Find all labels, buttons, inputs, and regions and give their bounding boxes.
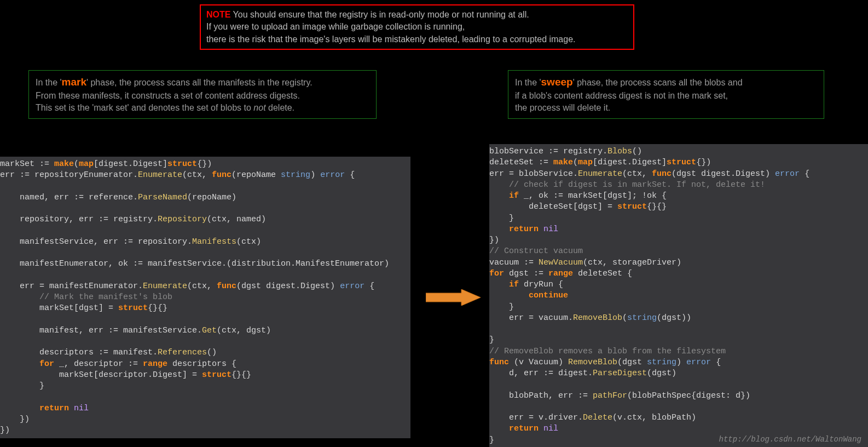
- code-token: (ctx): [236, 237, 261, 247]
- code-token: (repoName: [232, 170, 281, 180]
- code-token: return: [509, 424, 539, 433]
- code-token: error: [775, 169, 800, 179]
- code-line: blobPath, err := pathFor(blobPathSpec{di…: [489, 391, 868, 402]
- code-token: Enumerate: [578, 169, 622, 179]
- code-token: // RemoveBlob removes a blob from the fi…: [489, 347, 726, 356]
- code-line: }: [0, 381, 410, 392]
- code-token: {: [711, 358, 721, 367]
- code-token: (: [573, 158, 578, 167]
- code-token: err = v.driver.: [489, 413, 583, 422]
- code-line: // RemoveBlob removes a blob from the fi…: [489, 346, 868, 357]
- code-token: Enumerate: [143, 282, 187, 291]
- code-line: err = blobService.Enumerate(ctx, func(dg…: [489, 169, 868, 180]
- code-line: manifestService, err := repository.Manif…: [0, 237, 410, 248]
- code-token: [digest.Digest]: [94, 159, 167, 169]
- code-token: error: [320, 170, 345, 180]
- code-token: {}{}: [232, 370, 251, 380]
- code-line: [0, 181, 410, 192]
- code-line: continue: [489, 290, 868, 301]
- code-line: markSet[dgst] = struct{}{}: [0, 303, 410, 314]
- code-token: (blobPathSpec{digest: d}): [627, 391, 750, 400]
- code-token: continue: [529, 291, 568, 300]
- code-token: (dgst digest.Digest): [672, 169, 775, 179]
- code-token: {}): [197, 159, 212, 169]
- code-token: [69, 404, 74, 413]
- code-line: func (v Vacuum) RemoveBlob(dgst string) …: [489, 357, 868, 368]
- code-token: func: [489, 358, 509, 367]
- note-box: NOTE You should ensure that the registry…: [200, 4, 634, 50]
- mark-code-block: markSet := make(map[digest.Digest]struct…: [0, 157, 410, 438]
- arrow-icon: [426, 289, 481, 306]
- code-token: {: [364, 282, 374, 291]
- code-token: ): [676, 358, 686, 367]
- mark-word: mark: [62, 76, 86, 88]
- sweep-post: ' phase, the process scans all the blobs…: [573, 78, 743, 87]
- mark-line3b: delete.: [266, 103, 294, 112]
- code-token: for: [489, 269, 504, 278]
- code-line: [0, 392, 410, 403]
- code-token: [digest.Digest]: [593, 158, 667, 167]
- code-token: dryRun {: [519, 280, 563, 289]
- code-token: func: [217, 282, 236, 291]
- code-line: [0, 203, 410, 214]
- code-line: }: [489, 302, 868, 313]
- mark-pre: In the ': [36, 78, 62, 87]
- code-line: d, err := digest.ParseDigest(dgst): [489, 368, 868, 379]
- code-line: if _, ok := markSet[dgst]; !ok {: [489, 191, 868, 202]
- code-token: if: [509, 191, 519, 200]
- code-line: return nil: [489, 423, 868, 434]
- code-token: deleteSet :=: [489, 158, 553, 167]
- code-token: descriptors {: [167, 359, 236, 369]
- code-line: [489, 379, 868, 390]
- code-token: manifestEnumerator, ok := manifestServic…: [0, 259, 389, 268]
- mark-line3a: This set is the 'mark set' and denotes t…: [36, 103, 253, 112]
- code-token: error: [686, 358, 711, 367]
- code-token: Repository: [158, 215, 207, 224]
- code-token: map: [79, 159, 94, 169]
- code-token: }): [0, 415, 30, 424]
- code-line: [0, 314, 410, 325]
- code-token: err := repositoryEnumerator.: [0, 170, 138, 180]
- code-token: struct: [167, 159, 197, 169]
- code-line: }: [489, 213, 868, 224]
- code-token: (ctx, named): [207, 215, 266, 224]
- code-token: (): [632, 147, 642, 156]
- code-token: (dgst): [647, 369, 676, 378]
- code-token: RemoveBlob: [573, 313, 622, 323]
- code-token: // Construct vacuum: [489, 247, 583, 256]
- note-line3: there is the risk that the image's layer…: [206, 35, 576, 44]
- code-token: [0, 359, 39, 369]
- code-token: if: [509, 280, 519, 289]
- code-line: [0, 248, 410, 259]
- code-token: (dgst)): [657, 313, 691, 323]
- code-token: }): [0, 426, 10, 435]
- code-line: [489, 324, 868, 335]
- code-token: }: [489, 214, 514, 223]
- code-token: pathFor: [593, 391, 627, 400]
- code-token: string: [647, 358, 676, 367]
- code-line: err = v.driver.Delete(v.ctx, blobPath): [489, 412, 868, 423]
- code-token: manifestService, err := repository.: [0, 237, 192, 247]
- code-line: // check if digest is in markSet. If not…: [489, 180, 868, 191]
- watermark-text: http://blog.csdn.net/WaltonWang: [719, 435, 861, 444]
- code-token: vacuum :=: [489, 258, 539, 267]
- code-line: }: [489, 335, 868, 346]
- note-label: NOTE: [206, 10, 230, 19]
- code-line: markSet[descriptor.Digest] = struct{}{}: [0, 370, 410, 381]
- code-token: func: [652, 169, 672, 179]
- code-token: struct: [118, 303, 148, 313]
- sweep-line3: the process will delete it.: [515, 103, 610, 112]
- mark-post: ' phase, the process scans all the manif…: [86, 78, 313, 87]
- code-token: range: [143, 359, 167, 369]
- code-token: struct: [617, 202, 647, 211]
- code-token: for: [39, 359, 54, 369]
- code-line: for dgst := range deleteSet {: [489, 268, 868, 279]
- code-token: (ctx,: [182, 170, 212, 180]
- code-token: [489, 225, 509, 234]
- code-line: return nil: [489, 224, 868, 235]
- code-token: (ctx,: [187, 282, 217, 291]
- code-token: struct: [667, 158, 696, 167]
- code-token: Delete: [583, 413, 612, 422]
- sweep-code-block: blobService := registry.Blobs()deleteSet…: [489, 144, 868, 447]
- code-token: {}{}: [148, 303, 167, 313]
